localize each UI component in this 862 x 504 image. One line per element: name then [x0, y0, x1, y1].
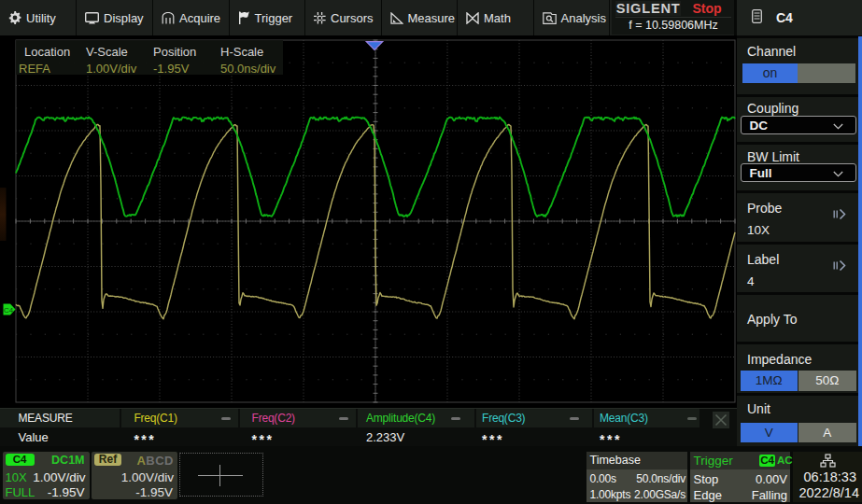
svg-text:C4: C4: [4, 306, 14, 315]
